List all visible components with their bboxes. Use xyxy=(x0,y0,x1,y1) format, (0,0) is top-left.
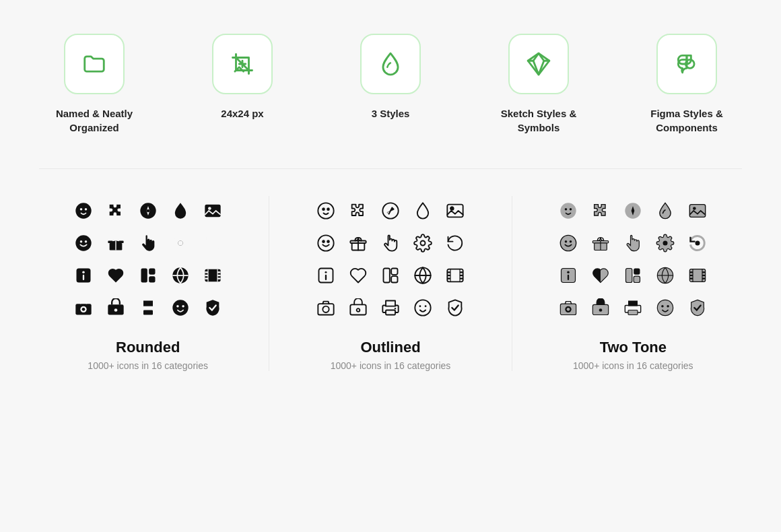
svg-point-93 xyxy=(693,207,696,210)
svg-rect-69 xyxy=(447,271,450,273)
twotone-icon-smiley xyxy=(650,293,680,323)
rounded-icon-layout xyxy=(133,261,163,290)
outlined-icon-touch xyxy=(376,228,405,258)
svg-rect-23 xyxy=(141,269,147,283)
svg-rect-11 xyxy=(205,205,220,218)
twotone-icon-gift xyxy=(586,228,615,258)
svg-point-122 xyxy=(599,308,603,312)
rounded-icon-drop xyxy=(166,196,195,226)
svg-rect-71 xyxy=(447,278,450,279)
svg-point-84 xyxy=(415,300,430,315)
rounded-icon-shield xyxy=(198,293,228,323)
svg-point-55 xyxy=(322,240,325,242)
svg-rect-24 xyxy=(149,269,155,275)
svg-rect-28 xyxy=(205,271,208,273)
svg-point-53 xyxy=(450,207,454,210)
outlined-icon-puzzle xyxy=(343,196,373,226)
svg-rect-42 xyxy=(143,301,153,306)
outlined-icon-face xyxy=(311,196,341,226)
svg-point-7 xyxy=(84,208,87,211)
svg-point-19 xyxy=(178,241,182,246)
outlined-icon-image xyxy=(440,196,470,226)
diamond-icon xyxy=(526,51,551,77)
svg-point-6 xyxy=(79,208,82,211)
svg-point-56 xyxy=(327,240,329,242)
feature-size: 24x24 px xyxy=(189,34,296,135)
feature-sketch-label: Sketch Styles & Symbols xyxy=(485,106,592,135)
twotone-icon-layout xyxy=(618,261,648,290)
feature-named: Named & Neatly Organized xyxy=(40,34,148,135)
svg-point-13 xyxy=(75,235,91,251)
outlined-subtitle: 1000+ icons in 16 categories xyxy=(331,360,451,371)
feature-styles-icon-box xyxy=(360,34,421,94)
svg-point-94 xyxy=(561,235,576,251)
rounded-icons-grid xyxy=(69,196,228,323)
rounded-icon-emoji xyxy=(69,228,98,258)
svg-rect-41 xyxy=(143,310,153,315)
twotone-icon-mailbox xyxy=(586,293,615,323)
twotone-icon-face xyxy=(553,196,583,226)
svg-rect-113 xyxy=(702,271,706,273)
svg-point-96 xyxy=(570,240,572,243)
svg-rect-33 xyxy=(217,278,221,279)
twotone-icon-shield xyxy=(683,293,712,323)
svg-rect-32 xyxy=(217,275,221,276)
svg-marker-3 xyxy=(528,53,549,75)
svg-point-80 xyxy=(357,308,360,312)
svg-rect-123 xyxy=(628,310,638,315)
svg-point-101 xyxy=(695,241,700,246)
twotone-icon-history xyxy=(683,228,712,258)
twotone-icon-globe xyxy=(650,261,680,290)
rounded-icon-touch xyxy=(133,228,163,258)
svg-point-100 xyxy=(663,241,668,246)
svg-rect-73 xyxy=(460,275,463,276)
svg-rect-65 xyxy=(391,269,397,275)
rounded-title: Rounded xyxy=(116,339,180,356)
feature-styles-label: 3 Styles xyxy=(372,106,410,121)
svg-point-78 xyxy=(322,306,329,312)
svg-rect-114 xyxy=(702,275,706,276)
svg-point-44 xyxy=(176,305,179,308)
feature-named-label: Named & Neatly Organized xyxy=(40,106,148,135)
svg-rect-115 xyxy=(702,278,706,279)
section-divider xyxy=(39,168,742,169)
rounded-icon-film xyxy=(198,261,228,290)
outlined-icon-compass xyxy=(376,196,405,226)
svg-rect-82 xyxy=(386,301,395,306)
feature-figma-icon-box xyxy=(656,34,717,94)
svg-rect-30 xyxy=(205,278,208,279)
svg-point-86 xyxy=(425,305,427,307)
twotone-icon-print xyxy=(618,293,648,323)
svg-marker-50 xyxy=(389,207,394,213)
svg-point-83 xyxy=(395,308,396,309)
rounded-icon-history xyxy=(198,228,228,258)
svg-point-40 xyxy=(114,308,117,312)
rounded-icon-info xyxy=(69,261,98,290)
svg-rect-110 xyxy=(690,271,693,273)
feature-named-icon-box xyxy=(64,34,125,94)
rounded-icon-smiley xyxy=(166,293,195,323)
svg-rect-124 xyxy=(628,301,638,306)
feature-styles: 3 Styles xyxy=(337,34,444,135)
svg-point-60 xyxy=(420,241,425,246)
svg-point-5 xyxy=(75,203,91,218)
svg-point-87 xyxy=(561,203,576,218)
drop-icon xyxy=(378,51,403,77)
twotone-icon-touch xyxy=(618,228,648,258)
outlined-icon-history xyxy=(440,228,470,258)
rounded-icon-gift xyxy=(101,228,131,258)
svg-rect-74 xyxy=(460,278,463,279)
outlined-icon-drop xyxy=(408,196,438,226)
twotone-icon-info xyxy=(553,261,583,290)
svg-point-48 xyxy=(327,208,329,210)
twotone-icon-emoji xyxy=(553,228,583,258)
twotone-icon-puzzle xyxy=(586,196,615,226)
twotone-title: Two Tone xyxy=(600,339,667,356)
outlined-icon-film xyxy=(440,261,470,290)
outlined-icon-smiley xyxy=(408,293,438,323)
twotone-icons-grid xyxy=(553,196,712,323)
svg-rect-112 xyxy=(690,278,693,279)
rounded-icon-globe xyxy=(166,261,195,290)
svg-point-95 xyxy=(565,240,568,243)
svg-rect-25 xyxy=(149,276,155,282)
